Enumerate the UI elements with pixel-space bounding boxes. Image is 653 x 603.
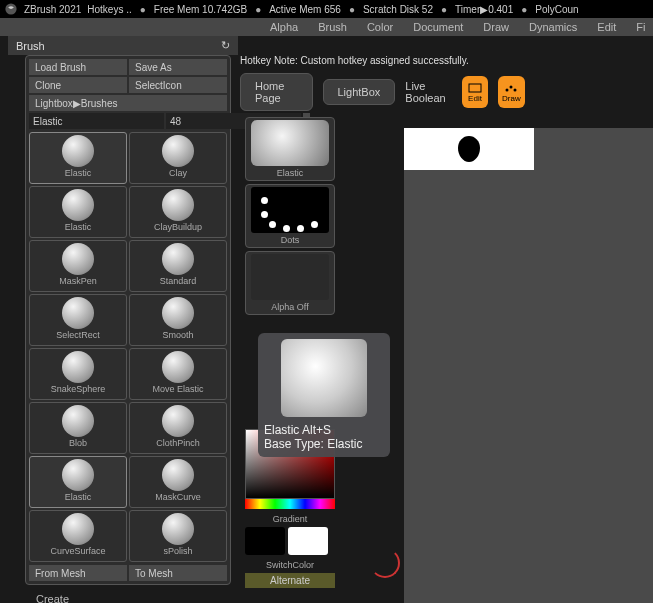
- brush-item-elastic[interactable]: Elastic: [29, 132, 127, 184]
- brush-panel-header[interactable]: Brush ↻: [8, 36, 238, 55]
- brush-thumb-icon: [162, 513, 194, 545]
- svg-point-3: [510, 85, 513, 88]
- brush-item-smooth[interactable]: Smooth: [129, 294, 227, 346]
- brush-thumb-icon: [162, 189, 194, 221]
- menu-alpha[interactable]: Alpha: [270, 21, 298, 33]
- brush-item-elastic[interactable]: Elastic: [29, 186, 127, 238]
- brush-label: Smooth: [162, 330, 193, 340]
- brush-label: SelectRect: [56, 330, 100, 340]
- brush-item-spolish[interactable]: sPolish: [129, 510, 227, 562]
- live-boolean-button[interactable]: Live Boolean: [405, 80, 452, 104]
- home-page-button[interactable]: Home Page: [240, 73, 313, 111]
- brush-thumb-icon: [62, 243, 94, 275]
- refresh-icon[interactable]: ↻: [221, 39, 230, 52]
- brush-thumb-icon: [62, 513, 94, 545]
- brush-item-elastic[interactable]: Elastic: [29, 456, 127, 508]
- brush-item-curvesurface[interactable]: CurveSurface: [29, 510, 127, 562]
- hotkey-note: Hotkey Note: Custom hotkey assigned succ…: [240, 55, 640, 66]
- polycount: PolyCoun: [535, 4, 578, 15]
- menu-edit[interactable]: Edit: [597, 21, 616, 33]
- menu-brush[interactable]: Brush: [318, 21, 347, 33]
- to-mesh-button[interactable]: To Mesh: [129, 565, 227, 581]
- brush-thumb-icon: [162, 135, 194, 167]
- scratch-disk: Scratch Disk 52: [363, 4, 433, 15]
- brush-thumb-icon: [62, 405, 94, 437]
- brush-thumb-icon: [162, 297, 194, 329]
- brush-thumb-icon: [62, 297, 94, 329]
- menu-dynamics[interactable]: Dynamics: [529, 21, 577, 33]
- draw-mode-button[interactable]: Draw: [498, 76, 524, 108]
- brush-label: Blob: [69, 438, 87, 448]
- color-main-swatch[interactable]: [245, 527, 285, 555]
- brush-label: Elastic: [65, 222, 92, 232]
- title-bar: ZBrush 2021 Hotkeys .. Free Mem 10.742GB…: [0, 0, 653, 18]
- tooltip-line2: Base Type: Elastic: [264, 437, 384, 451]
- menu-bar: Alpha Brush Color Document Draw Dynamics…: [0, 18, 653, 36]
- brush-item-move elastic[interactable]: Move Elastic: [129, 348, 227, 400]
- brush-item-maskcurve[interactable]: MaskCurve: [129, 456, 227, 508]
- active-mem: Active Mem 656: [269, 4, 341, 15]
- alpha-preview[interactable]: Alpha Off: [245, 251, 335, 315]
- svg-rect-1: [469, 84, 481, 92]
- free-mem: Free Mem 10.742GB: [154, 4, 247, 15]
- menu-document[interactable]: Document: [413, 21, 463, 33]
- canvas-stroke-icon: [458, 136, 480, 162]
- stroke-preview[interactable]: Dots: [245, 184, 335, 248]
- brush-thumb-icon: [251, 120, 329, 166]
- brush-submenu-list: CreateCurveDepthSamplesElasticityFiberMe…: [12, 585, 240, 603]
- brush-item-clay[interactable]: Clay: [129, 132, 227, 184]
- brush-panel: Load Brush Save As Clone SelectIcon Ligh…: [25, 55, 231, 585]
- brush-label: SnakeSphere: [51, 384, 106, 394]
- brush-label: Elastic: [65, 168, 92, 178]
- brush-item-selectrect[interactable]: SelectRect: [29, 294, 127, 346]
- canvas-viewport[interactable]: [404, 128, 653, 603]
- svg-point-2: [506, 88, 509, 91]
- brush-label: MaskCurve: [155, 492, 201, 502]
- brush-label: MaskPen: [59, 276, 97, 286]
- brush-label: Move Elastic: [152, 384, 203, 394]
- canvas-document[interactable]: [404, 128, 534, 170]
- edit-mode-button[interactable]: Edit: [462, 76, 488, 108]
- hotkeys-label[interactable]: Hotkeys ..: [87, 4, 131, 15]
- load-brush-button[interactable]: Load Brush: [29, 59, 127, 75]
- lightbox-button[interactable]: LightBox: [323, 79, 396, 105]
- color-secondary-swatch[interactable]: [288, 527, 328, 555]
- brush-item-clothpinch[interactable]: ClothPinch: [129, 402, 227, 454]
- brush-thumb-icon: [62, 189, 94, 221]
- brush-item-maskpen[interactable]: MaskPen: [29, 240, 127, 292]
- tooltip-line1: Elastic Alt+S: [264, 423, 384, 437]
- from-mesh-button[interactable]: From Mesh: [29, 565, 127, 581]
- menu-color[interactable]: Color: [367, 21, 393, 33]
- brush-label: ClothPinch: [156, 438, 200, 448]
- brush-thumb-icon: [162, 405, 194, 437]
- hue-slider[interactable]: [245, 499, 335, 509]
- menu-draw[interactable]: Draw: [483, 21, 509, 33]
- panel-title-text: Brush: [16, 40, 45, 52]
- brush-thumb-icon: [62, 351, 94, 383]
- select-icon-button[interactable]: SelectIcon: [129, 77, 227, 93]
- brush-thumb-icon: [62, 459, 94, 491]
- brush-item-blob[interactable]: Blob: [29, 402, 127, 454]
- brush-label: sPolish: [163, 546, 192, 556]
- switch-color-row[interactable]: [245, 527, 335, 555]
- save-as-button[interactable]: Save As: [129, 59, 227, 75]
- tooltip-brush-icon: [281, 339, 367, 417]
- brush-item-standard[interactable]: Standard: [129, 240, 227, 292]
- brush-thumb-icon: [162, 243, 194, 275]
- brush-label: Clay: [169, 168, 187, 178]
- svg-point-4: [514, 88, 517, 91]
- brush-item-claybuildup[interactable]: ClayBuildup: [129, 186, 227, 238]
- submenu-create[interactable]: Create: [36, 591, 240, 603]
- lightbox-brushes-path[interactable]: Lightbox▶Brushes: [29, 95, 227, 111]
- gizmo-ring-icon[interactable]: [370, 548, 400, 578]
- gradient-label: Gradient: [273, 514, 308, 524]
- current-brush-preview[interactable]: Elastic: [245, 117, 335, 181]
- brush-thumb-icon: [62, 135, 94, 167]
- clone-button[interactable]: Clone: [29, 77, 127, 93]
- alternate-button[interactable]: Alternate: [245, 573, 335, 588]
- alpha-thumb-icon: [251, 254, 329, 300]
- menu-file[interactable]: Fi: [636, 21, 645, 33]
- brush-search-input[interactable]: [29, 113, 164, 129]
- brush-item-snakesphere[interactable]: SnakeSphere: [29, 348, 127, 400]
- switchcolor-label: SwitchColor: [266, 560, 314, 570]
